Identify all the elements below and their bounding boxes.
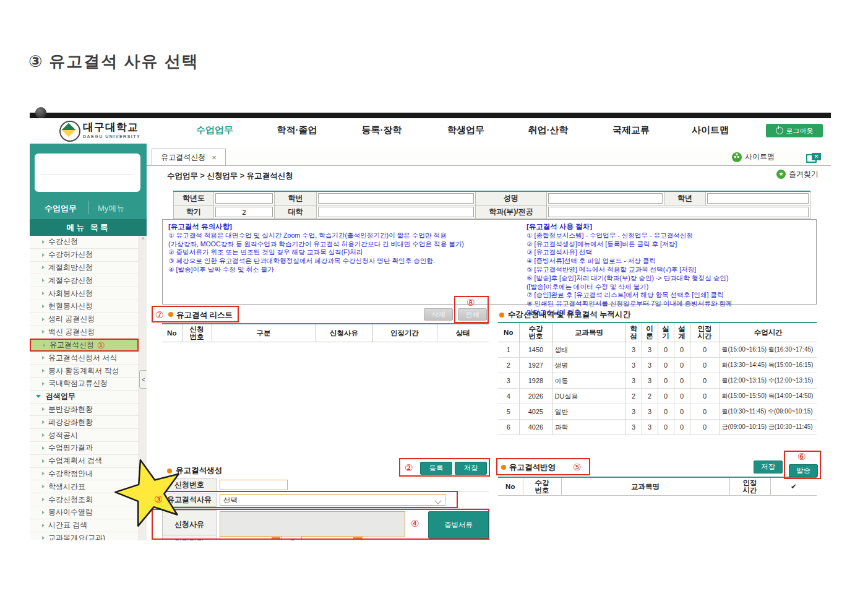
annotation-box-send: ⑥ 발송 xyxy=(784,451,821,479)
table-cell: 2026 xyxy=(519,388,552,404)
sidebar-item-15[interactable]: 성적공시 xyxy=(30,429,139,442)
table-row: 42026DU실용22000화(15:00~15:50) 목(14:00~14:… xyxy=(498,388,817,404)
app-no-input[interactable] xyxy=(220,480,288,490)
sitemap-label: 사이트맵 xyxy=(745,152,775,162)
column-header: 설 계 xyxy=(674,323,690,342)
sidebar-item-3[interactable]: 계절수강신청 xyxy=(30,274,139,287)
sidebar-item-12[interactable]: 검색업무 xyxy=(30,391,139,404)
save-button[interactable]: 저장 xyxy=(455,462,487,475)
sidebar-item-1[interactable]: 수강허가신청 xyxy=(30,249,139,262)
arrow-right-icon xyxy=(42,536,45,540)
column-header: 인정 시간 xyxy=(729,478,770,496)
table-cell: 1 xyxy=(498,342,519,357)
bullet-icon xyxy=(499,313,504,318)
annotation-box-reason xyxy=(150,491,458,508)
reflection-title: 유고결석반영 xyxy=(509,462,556,473)
column-header: 수강 번호 xyxy=(523,478,561,496)
field-input[interactable] xyxy=(215,207,273,217)
field-input[interactable] xyxy=(318,207,474,217)
sidebar-tab-work[interactable]: 수업업무 xyxy=(45,203,77,214)
power-icon xyxy=(776,127,783,134)
scroll-up-icon[interactable]: ^ xyxy=(139,236,147,244)
logout-button[interactable]: 로그아웃 xyxy=(766,124,823,137)
table-cell: 4 xyxy=(498,388,519,404)
notice-title: [유고결석 사용 절차] xyxy=(526,223,812,231)
column-header: 실 기 xyxy=(658,323,674,342)
field-input[interactable] xyxy=(318,193,474,204)
notice-line: ④ [증빙서류]선택 후 파일 업로드 - 저장 클릭 xyxy=(526,257,812,266)
sidebar-item-8[interactable]: 유고결석신청① xyxy=(30,339,139,352)
chevron-down-icon xyxy=(36,395,41,398)
sidebar-item-7[interactable]: 백신 공결신청 xyxy=(30,326,139,339)
nav-item-4[interactable]: 취업·산학 xyxy=(528,124,569,136)
tab-label: 유고결석신청 xyxy=(161,152,205,163)
table-row: 64026과학33000금(09:00~10:15) 금(10:30~11:45… xyxy=(498,419,817,435)
nav-item-6[interactable]: 사이트맵 xyxy=(692,124,729,136)
field-label: 학기 xyxy=(173,205,213,219)
notice-line: ([발송]이후에는 데이터 수정 및 삭제 불가) xyxy=(526,283,812,292)
sidebar-tab-mymenu[interactable]: My메뉴 xyxy=(98,203,124,214)
sidebar-item-0[interactable]: 수강신청 xyxy=(30,236,139,249)
table-cell: 0 xyxy=(658,404,674,419)
sidebar-item-5[interactable]: 헌혈봉사신청 xyxy=(30,300,139,313)
field-label: 학년 xyxy=(664,192,705,205)
sidebar-collapse-handle[interactable]: < xyxy=(139,370,147,389)
sidebar-item-14[interactable]: 폐강강좌현황 xyxy=(30,416,139,429)
nav-item-2[interactable]: 등록·장학 xyxy=(362,124,402,136)
close-icon[interactable]: × xyxy=(212,153,217,162)
arrow-right-icon xyxy=(42,498,45,501)
table-cell: 2 xyxy=(498,357,519,373)
logo-text: 대구대학교 DAEGU UNIVERSITY xyxy=(83,120,140,139)
annotation-box-reflection-title: 유고결석반영 ⑤ xyxy=(496,458,590,475)
table-cell: 1928 xyxy=(519,373,552,388)
breadcrumb: 수업업무 > 신청업무 > 유고결석신청 xyxy=(167,171,293,181)
column-header: No xyxy=(162,324,182,342)
enroll-table-table: No수강 번호교과목명학 점이 론실 기설 계인정 시간수업시간11450생태3… xyxy=(498,323,817,435)
sitemap-shortcut[interactable]: 사이트맵 xyxy=(732,152,775,162)
arrow-right-icon xyxy=(42,318,45,321)
sidebar-item-6[interactable]: 생리 공결신청 xyxy=(30,313,139,326)
sidebar-item-16[interactable]: 수업평가결과 xyxy=(30,442,139,455)
sidebar-item-10[interactable]: 봉사 활동계획서 작성 xyxy=(30,365,139,378)
absence-list-title: 유고결석 리스트 xyxy=(176,310,233,321)
column-header: 교과목명 xyxy=(561,478,729,496)
tab-absence-application[interactable]: 유고결석신청 × xyxy=(152,149,226,165)
favorite-button[interactable]: ★ 즐겨찾기 xyxy=(776,169,819,179)
sidebar-item-label: 폐강강좌현황 xyxy=(48,417,93,428)
sidebar-item-label: 사회봉사신청 xyxy=(48,288,93,299)
field-input[interactable] xyxy=(548,207,809,217)
nav-item-1[interactable]: 학적·졸업 xyxy=(277,124,317,136)
sidebar-item-11[interactable]: 국내학점교류신청 xyxy=(30,378,139,391)
sidebar-item-13[interactable]: 분반강좌현황 xyxy=(30,404,139,417)
popup-window-icon[interactable]: ✕ xyxy=(806,153,822,163)
attach-button[interactable]: 증빙서류 xyxy=(428,511,489,538)
field-input[interactable] xyxy=(707,193,809,204)
nav-item-0[interactable]: 수업업무 xyxy=(196,124,233,136)
screenshot-root: { "page_title": "③ 유고결석 사유 선택", "colors"… xyxy=(0,0,868,614)
table-cell: 3 xyxy=(498,373,519,388)
reflection-save-button[interactable]: 저장 xyxy=(754,460,783,473)
arrow-right-icon xyxy=(42,472,45,475)
table-cell: 월(10:30~11:45) 수(09:00~10:15) xyxy=(720,404,817,419)
column-header: 신청사유 xyxy=(316,324,372,342)
send-button[interactable]: 발송 xyxy=(789,464,818,477)
column-header: 수업시간 xyxy=(720,323,817,342)
nav-item-3[interactable]: 학생업무 xyxy=(447,124,484,136)
table-cell: 일반 xyxy=(552,404,625,419)
delete-button[interactable]: 삭제 xyxy=(424,308,453,321)
column-header: 교과목명 xyxy=(552,323,625,342)
sidebar-item-label: 분반강좌현황 xyxy=(48,404,93,415)
table-cell: 3 xyxy=(625,419,642,435)
sidebar-item-2[interactable]: 계절희망신청 xyxy=(30,262,139,275)
notice-line: ① 유고결석 적용은 대면수업 및 실시간 Zoom 수업, 학습기간(출석인정… xyxy=(168,231,524,240)
register-button[interactable]: 등록 xyxy=(420,462,452,475)
sidebar-item-9[interactable]: 유고결석신청서 서식 xyxy=(30,352,139,365)
field-input[interactable] xyxy=(548,193,663,204)
sidebar-item-label: 봉사이수열람 xyxy=(48,507,93,517)
tab-bar: 유고결석신청 × 사이트맵 ✕ xyxy=(147,149,831,166)
nav-item-5[interactable]: 국제교류 xyxy=(612,124,650,136)
arrow-right-icon xyxy=(42,279,45,282)
table-cell: 0 xyxy=(674,404,690,419)
field-input[interactable] xyxy=(215,193,273,204)
sidebar-item-4[interactable]: 사회봉사신청 xyxy=(30,287,139,300)
